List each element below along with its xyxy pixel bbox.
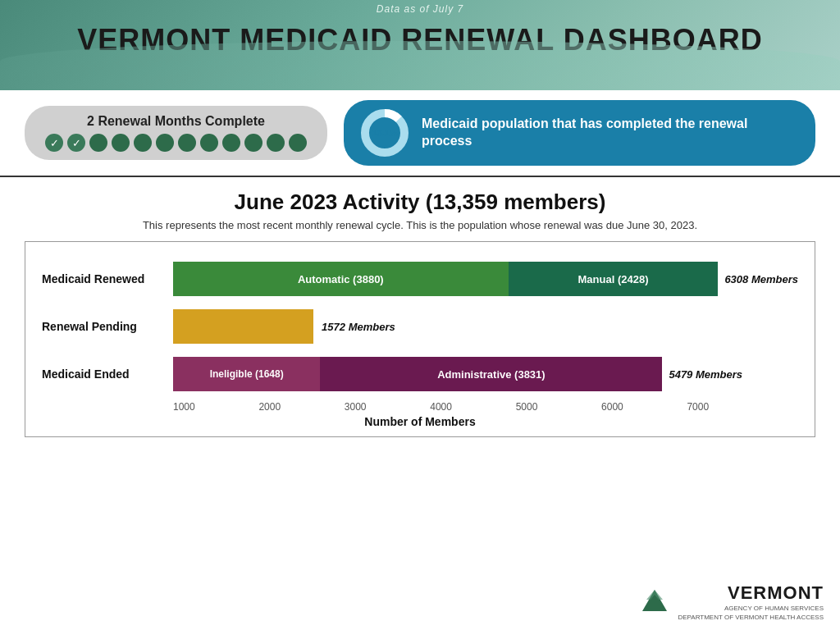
month-dot-5 (178, 134, 196, 152)
vt-logo-text: VERMONT AGENCY OF HUMAN SERVICES DEPARTM… (638, 582, 824, 622)
month-dot-9 (267, 134, 285, 152)
x-tick-3000: 3000 (345, 401, 367, 413)
month-dot-6 (200, 134, 218, 152)
title-vermont: VERMONT (77, 23, 231, 57)
vt-name: VERMONT (728, 582, 824, 604)
vermont-logo: VERMONT AGENCY OF HUMAN SERVICES DEPARTM… (638, 582, 824, 622)
bar-manual: Manual (2428) (509, 262, 719, 296)
month-dot-7 (222, 134, 240, 152)
x-tick-1000: 1000 (173, 401, 195, 413)
row-label-renewed: Medicaid Renewed (42, 272, 173, 285)
chart-row-renewed: Medicaid Renewed Automatic (3880) Manual… (42, 258, 798, 299)
check-circle-2: ✓ (67, 134, 85, 152)
renewal-months-box: 2 Renewal Months Complete ✓ ✓ (25, 106, 327, 160)
chart-row-pending: Renewal Pending 1572 Members (42, 306, 798, 347)
ended-total-label: 5479 Members (669, 368, 742, 381)
month-dot-4 (156, 134, 174, 152)
activity-subtitle: This represents the most recent monthly … (25, 219, 815, 231)
bar-area-ended: Ineligible (1648) Administrative (3831) … (173, 354, 798, 395)
bar-area-renewed: Automatic (3880) Manual (2428) 6308 Memb… (173, 258, 798, 299)
bar-automatic: Automatic (3880) (173, 262, 509, 296)
month-dot-3 (134, 134, 152, 152)
x-tick-5000: 5000 (516, 401, 538, 413)
renewal-months-label: 2 Renewal Months Complete (87, 114, 265, 129)
x-tick-6000: 6000 (601, 401, 623, 413)
mountain-icon (638, 588, 671, 616)
vt-org2: DEPARTMENT OF VERMONT HEALTH ACCESS (678, 613, 824, 622)
bar-administrative: Administrative (3831) (320, 357, 662, 391)
chart-inner: Medicaid Renewed Automatic (3880) Manual… (42, 258, 798, 395)
check-circle-1: ✓ (45, 134, 63, 152)
x-axis-label: Number of Members (42, 415, 798, 428)
bar-ineligible: Ineligible (1648) (173, 357, 320, 391)
x-tick-2000: 2000 (258, 401, 281, 413)
vt-org1: AGENCY OF HUMAN SERVICES (724, 604, 824, 613)
data-date: Data as of July 7 (0, 0, 840, 16)
activity-title: June 2023 Activity (13,359 members) (25, 189, 815, 215)
page-title: VERMONT MEDICAID RENEWAL DASHBOARD (0, 16, 840, 66)
pending-label: 1572 Members (322, 321, 395, 333)
title-rest: MEDICAID RENEWAL DASHBOARD (240, 23, 762, 57)
month-circles: ✓ ✓ (45, 134, 307, 152)
renewed-total-label: 6308 Members (724, 273, 798, 285)
donut-chart: 13.1% (360, 108, 409, 158)
bar-pending (173, 309, 313, 344)
row-label-pending: Renewal Pending (42, 320, 173, 333)
info-bar: 2 Renewal Months Complete ✓ ✓ 13.1% Medi… (0, 90, 840, 177)
header-background: Data as of July 7 VERMONT MEDICAID RENEW… (0, 0, 840, 90)
medicaid-complete-text: Medicaid population that has completed t… (422, 116, 799, 150)
donut-percentage: 13.1% (372, 128, 397, 138)
medicaid-complete-box: 13.1% Medicaid population that has compl… (344, 100, 815, 166)
chart-container: Medicaid Renewed Automatic (3880) Manual… (25, 241, 815, 437)
month-dot-1 (89, 134, 107, 152)
month-dot-2 (112, 134, 130, 152)
x-tick-7000: 7000 (687, 401, 709, 413)
x-tick-4000: 4000 (430, 401, 452, 413)
row-label-ended: Medicaid Ended (42, 368, 173, 381)
chart-row-ended: Medicaid Ended Ineligible (1648) Adminis… (42, 354, 798, 395)
month-dot-8 (244, 134, 262, 152)
month-dot-10 (289, 134, 307, 152)
bar-area-pending: 1572 Members (173, 306, 798, 347)
main-content: June 2023 Activity (13,359 members) This… (0, 177, 840, 445)
